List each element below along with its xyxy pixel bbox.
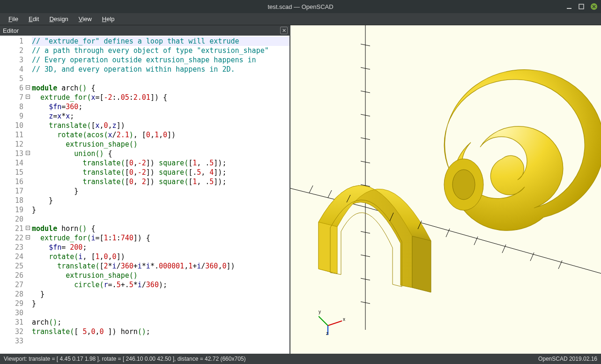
editor-gutter: 123456−7−8910111213−1415161718192021−22−… (0, 36, 26, 354)
menu-edit[interactable]: Edit (24, 14, 44, 24)
editor-tab-label: Editor (3, 27, 19, 34)
gizmo-z-label: z (326, 331, 328, 335)
minimize-icon[interactable] (566, 4, 572, 9)
editor-code[interactable]: // "extrude_for" defines a loop that wil… (26, 36, 289, 354)
svg-point-9 (453, 170, 475, 200)
svg-line-30 (309, 186, 313, 193)
svg-rect-1 (579, 4, 584, 9)
model-arch (319, 186, 431, 292)
window-titlebar: test.scad — OpenSCAD (0, 0, 601, 13)
axis-gizmo: x y z (319, 307, 347, 335)
svg-line-31 (328, 321, 342, 326)
svg-line-29 (328, 190, 332, 198)
3d-viewport[interactable]: x y z (290, 25, 601, 354)
editor-close-icon[interactable]: ✕ (280, 27, 288, 34)
svg-line-32 (319, 316, 328, 326)
maximize-icon[interactable] (579, 4, 584, 9)
window-controls (566, 3, 597, 10)
menubar: File Edit Design View Help (0, 13, 601, 25)
close-icon[interactable] (591, 3, 597, 10)
menu-design[interactable]: Design (45, 14, 73, 24)
statusbar: Viewport: translate = [ 4.45 0.17 1.98 ]… (0, 354, 601, 364)
gizmo-x-label: x (343, 317, 345, 322)
gizmo-y-label: y (319, 309, 321, 314)
menu-help[interactable]: Help (97, 14, 119, 24)
window-title: test.scad — OpenSCAD (267, 3, 333, 10)
status-right: OpenSCAD 2019.02.16 (538, 356, 597, 362)
editor-pane: Editor ✕ 123456−7−8910111213−14151617181… (0, 25, 290, 354)
editor-tabbar: Editor ✕ (0, 25, 289, 36)
status-left: Viewport: translate = [ 4.45 0.17 1.98 ]… (4, 356, 245, 362)
viewport-canvas[interactable] (290, 25, 601, 354)
menu-file[interactable]: File (4, 14, 23, 24)
workspace: Editor ✕ 123456−7−8910111213−14151617181… (0, 25, 601, 354)
menu-view[interactable]: View (74, 14, 96, 24)
model-horn (444, 70, 601, 231)
code-editor[interactable]: 123456−7−8910111213−1415161718192021−22−… (0, 36, 289, 354)
